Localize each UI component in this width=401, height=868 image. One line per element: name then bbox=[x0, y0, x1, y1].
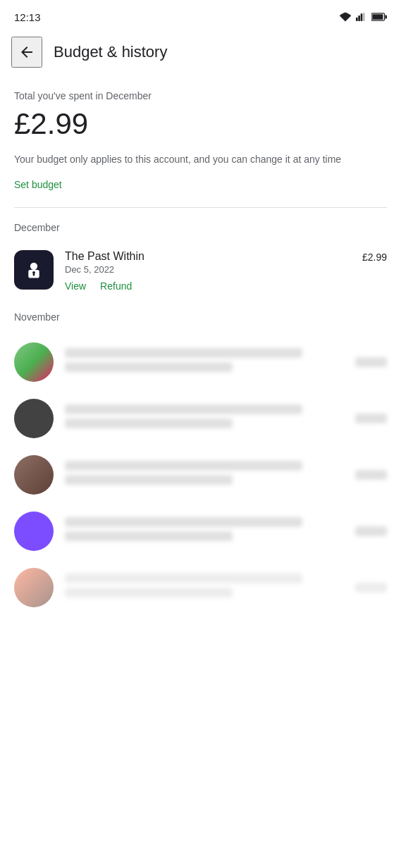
month-november-label: November bbox=[14, 311, 387, 323]
page-title: Budget & history bbox=[54, 43, 167, 61]
svg-rect-6 bbox=[372, 14, 383, 20]
header: Budget & history bbox=[0, 31, 401, 79]
signal-icon bbox=[356, 12, 367, 22]
blurred-text-4 bbox=[65, 418, 233, 428]
blurred-item-5 bbox=[14, 559, 387, 616]
svg-rect-3 bbox=[363, 13, 365, 21]
set-budget-button[interactable]: Set budget bbox=[14, 179, 62, 190]
transaction-date: Dec 5, 2022 bbox=[65, 264, 351, 275]
svg-point-8 bbox=[30, 263, 37, 270]
svg-rect-11 bbox=[33, 273, 35, 275]
blurred-content-4 bbox=[65, 517, 344, 545]
transaction-actions: View Refund bbox=[65, 280, 351, 292]
svg-rect-1 bbox=[358, 16, 360, 21]
transaction-info-past-within: The Past Within Dec 5, 2022 View Refund bbox=[65, 250, 351, 292]
app-icon-past-within bbox=[14, 250, 54, 290]
blurred-price-5 bbox=[355, 583, 387, 593]
blurred-price-1 bbox=[355, 357, 387, 367]
blurred-text-1 bbox=[65, 348, 302, 358]
blurred-app-icon-3 bbox=[14, 455, 54, 495]
blurred-content-2 bbox=[65, 404, 344, 433]
blurred-price-3 bbox=[355, 470, 387, 480]
status-icons bbox=[339, 12, 387, 22]
blurred-text-6 bbox=[65, 475, 233, 485]
past-within-app-graphic bbox=[21, 257, 47, 283]
blurred-item-3 bbox=[14, 447, 387, 503]
blurred-text-9 bbox=[65, 574, 302, 583]
blurred-app-icon-4 bbox=[14, 512, 54, 551]
main-content: Total you've spent in December £2.99 You… bbox=[0, 79, 401, 627]
budget-description: Your budget only applies to this account… bbox=[14, 152, 352, 167]
blurred-price-2 bbox=[355, 414, 387, 423]
transaction-price: £2.99 bbox=[362, 250, 387, 263]
svg-rect-5 bbox=[385, 15, 387, 18]
blurred-price-4 bbox=[355, 526, 387, 536]
blurred-content-5 bbox=[65, 574, 344, 602]
back-button[interactable] bbox=[11, 37, 42, 68]
blurred-app-icon-5 bbox=[14, 568, 54, 607]
blurred-text-8 bbox=[65, 531, 233, 541]
blurred-item-2 bbox=[14, 390, 387, 447]
transaction-name: The Past Within bbox=[65, 250, 351, 263]
total-amount: £2.99 bbox=[14, 107, 387, 141]
blurred-text-10 bbox=[65, 588, 233, 597]
battery-icon bbox=[371, 13, 387, 21]
spacer bbox=[14, 294, 387, 311]
view-button[interactable]: View bbox=[65, 280, 86, 292]
blurred-content-1 bbox=[65, 348, 344, 376]
section-divider bbox=[14, 207, 387, 208]
blurred-text-2 bbox=[65, 362, 233, 372]
blurred-item-1 bbox=[14, 334, 387, 390]
refund-button[interactable]: Refund bbox=[100, 280, 132, 292]
status-time: 12:13 bbox=[14, 11, 41, 23]
back-arrow-icon bbox=[18, 44, 35, 61]
blurred-text-7 bbox=[65, 517, 302, 527]
wifi-icon bbox=[339, 12, 352, 22]
blurred-app-icon-2 bbox=[14, 399, 54, 438]
blurred-text-3 bbox=[65, 404, 302, 414]
svg-rect-2 bbox=[361, 13, 363, 21]
status-bar: 12:13 bbox=[0, 0, 401, 31]
blurred-text-5 bbox=[65, 461, 302, 471]
blurred-item-4 bbox=[14, 503, 387, 559]
blurred-content-3 bbox=[65, 461, 344, 489]
month-december-label: December bbox=[14, 222, 387, 233]
blurred-app-icon-1 bbox=[14, 342, 54, 382]
svg-rect-0 bbox=[356, 18, 358, 21]
total-label: Total you've spent in December bbox=[14, 90, 387, 101]
transaction-item-past-within: The Past Within Dec 5, 2022 View Refund … bbox=[14, 244, 387, 294]
